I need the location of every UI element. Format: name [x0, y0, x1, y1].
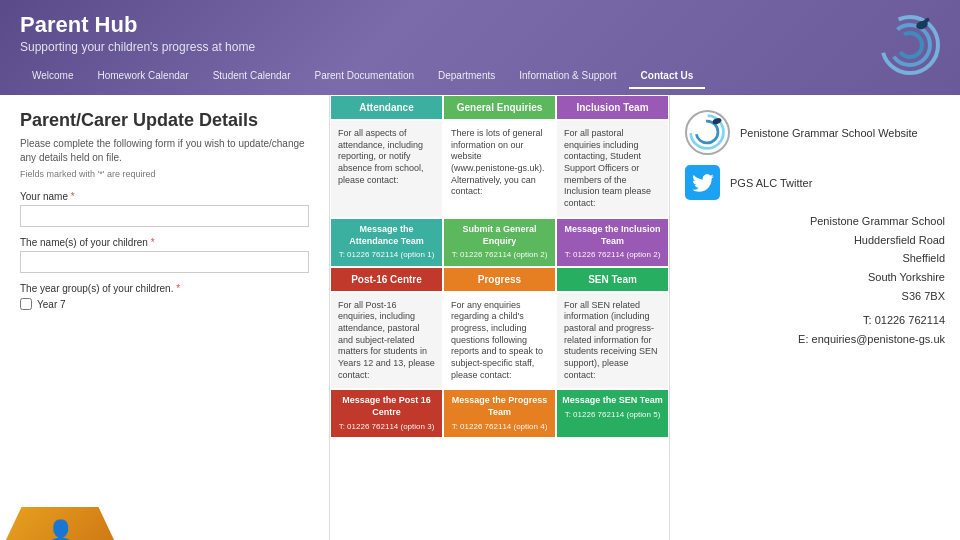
- main-nav: Welcome Homework Calendar Student Calend…: [20, 64, 940, 89]
- grid-body-sen: For all SEN related information (includi…: [556, 292, 669, 390]
- twitter-row: PGS ALC Twitter: [685, 165, 945, 200]
- nav-homework[interactable]: Homework Calendar: [86, 64, 201, 89]
- nav-departments[interactable]: Departments: [426, 64, 507, 89]
- field-year-groups: The year group(s) of your children. * Ye…: [20, 283, 309, 310]
- address-block: Penistone Grammar School Huddersfield Ro…: [685, 212, 945, 349]
- school-logo: [870, 10, 940, 80]
- site-subtitle: Supporting your children's progress at h…: [20, 40, 940, 54]
- nav-parent-doc[interactable]: Parent Documentation: [303, 64, 427, 89]
- label-year-groups: The year group(s) of your children. *: [20, 283, 309, 294]
- grid-action-post16[interactable]: Message the Post 16 Centre T: 01226 7621…: [330, 389, 443, 438]
- grid-header-sen: SEN Team: [556, 267, 669, 292]
- form-panel: Parent/Carer Update Details Please compl…: [0, 95, 330, 540]
- input-your-name[interactable]: [20, 205, 309, 227]
- grid-body-general: There is lots of general information on …: [443, 120, 556, 218]
- twitter-icon: [685, 165, 720, 200]
- badge-shape: 👤 Customer ZONE: [5, 507, 115, 540]
- nav-student[interactable]: Student Calendar: [201, 64, 303, 89]
- address-email: E: enquiries@penistone-gs.uk: [685, 330, 945, 349]
- form-title: Parent/Carer Update Details: [20, 110, 309, 131]
- school-website-link[interactable]: Penistone Grammar School Website: [740, 127, 918, 139]
- school-website-row: Penistone Grammar School Website: [685, 110, 945, 155]
- label-your-name: Your name *: [20, 191, 309, 202]
- address-line-2: Huddersfield Road: [685, 231, 945, 250]
- svg-point-6: [696, 121, 718, 143]
- grid-body-inclusion: For all pastoral enquiries including con…: [556, 120, 669, 218]
- svg-point-2: [898, 33, 922, 57]
- main-content: Parent/Carer Update Details Please compl…: [0, 95, 960, 540]
- customer-badge: 👤 Customer ZONE: [0, 502, 120, 540]
- twitter-link[interactable]: PGS ALC Twitter: [730, 177, 812, 189]
- grid-header-general: General Enquiries: [443, 95, 556, 120]
- grid-header-progress: Progress: [443, 267, 556, 292]
- grid-header-attendance: Attendance: [330, 95, 443, 120]
- form-required-note: Fields marked with '*' are required: [20, 169, 309, 179]
- form-description: Please complete the following form if yo…: [20, 137, 309, 165]
- checkbox-year7-label: Year 7: [37, 299, 66, 310]
- nav-info[interactable]: Information & Support: [507, 64, 628, 89]
- checkbox-year7[interactable]: [20, 298, 32, 310]
- contact-grid: Attendance General Enquiries Inclusion T…: [330, 95, 669, 438]
- site-title: Parent Hub: [20, 12, 940, 38]
- badge-icon: 👤: [47, 519, 74, 540]
- grid-body-attendance: For all aspects of attendance, including…: [330, 120, 443, 218]
- grid-header-inclusion: Inclusion Team: [556, 95, 669, 120]
- address-line-5: S36 7BX: [685, 287, 945, 306]
- grid-body-progress: For any enquiries regarding a child's pr…: [443, 292, 556, 390]
- address-line-3: Sheffield: [685, 249, 945, 268]
- grid-action-sen[interactable]: Message the SEN Team T: 01226 762114 (op…: [556, 389, 669, 438]
- address-phone: T: 01226 762114: [685, 311, 945, 330]
- grid-action-attendance[interactable]: Message the Attendance Team T: 01226 762…: [330, 218, 443, 267]
- nav-contact[interactable]: Contact Us: [629, 64, 706, 89]
- header: Parent Hub Supporting your children's pr…: [0, 0, 960, 95]
- info-panel: Penistone Grammar School Website PGS ALC…: [670, 95, 960, 540]
- label-children-names: The name(s) of your children *: [20, 237, 309, 248]
- grid-header-post16: Post-16 Centre: [330, 267, 443, 292]
- address-line-1: Penistone Grammar School: [685, 212, 945, 231]
- checkbox-year7-group: Year 7: [20, 298, 309, 310]
- field-your-name: Your name *: [20, 191, 309, 227]
- grid-body-post16: For all Post-16 enquiries, including att…: [330, 292, 443, 390]
- contact-grid-panel: Attendance General Enquiries Inclusion T…: [330, 95, 670, 540]
- school-logo-circle: [685, 110, 730, 155]
- input-children-names[interactable]: [20, 251, 309, 273]
- field-children-names: The name(s) of your children *: [20, 237, 309, 273]
- grid-action-general[interactable]: Submit a General Enquiry T: 01226 762114…: [443, 218, 556, 267]
- grid-action-inclusion[interactable]: Message the Inclusion Team T: 01226 7621…: [556, 218, 669, 267]
- nav-welcome[interactable]: Welcome: [20, 64, 86, 89]
- address-line-4: South Yorkshire: [685, 268, 945, 287]
- grid-action-progress[interactable]: Message the Progress Team T: 01226 76211…: [443, 389, 556, 438]
